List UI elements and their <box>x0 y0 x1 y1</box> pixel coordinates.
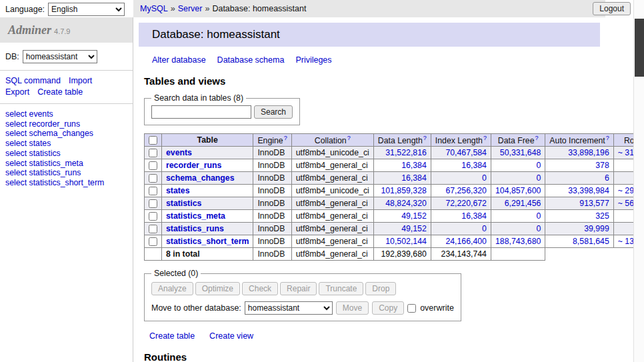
auto-increment-link[interactable]: 33,898,196 <box>568 148 609 157</box>
search-button[interactable]: Search <box>254 105 293 119</box>
help-link[interactable]: ? <box>284 135 287 141</box>
optimize-button[interactable]: Optimize <box>195 282 240 295</box>
auto-increment-link[interactable]: 8,581,645 <box>573 237 609 246</box>
copy-button[interactable]: Copy <box>372 301 404 315</box>
data-free-link[interactable]: 0 <box>537 173 541 183</box>
index-length-link[interactable]: 0 <box>482 173 487 183</box>
table-name-link[interactable]: statistics_short_term <box>166 237 249 246</box>
auto-increment-link[interactable]: 913,577 <box>579 199 609 208</box>
data-free-link[interactable]: 50,331,648 <box>500 148 541 157</box>
table-name-link[interactable]: statistics_meta <box>166 211 225 221</box>
table-name-link[interactable]: states <box>166 186 190 195</box>
data-free-link[interactable]: 104,857,600 <box>495 186 541 195</box>
drop-button[interactable]: Drop <box>365 282 396 295</box>
help-link[interactable]: ? <box>606 135 609 141</box>
data-free-link[interactable]: 0 <box>537 161 541 170</box>
create-table-link[interactable]: Create table <box>37 87 83 97</box>
data-length-link[interactable]: 49,152 <box>401 224 427 233</box>
index-length-link[interactable]: 70,467,584 <box>445 148 487 157</box>
index-length-link[interactable]: 24,166,400 <box>445 237 487 246</box>
data-free-link[interactable]: 6,291,456 <box>505 199 541 208</box>
table-select-link[interactable]: select events <box>5 109 53 119</box>
table-select-link[interactable]: select recorder_runs <box>5 119 80 129</box>
scrollbar-thumb[interactable] <box>635 19 644 77</box>
index-length-cell: 16,384 <box>431 210 491 223</box>
row-checkbox-cell <box>145 185 162 197</box>
table-select-link[interactable]: select statistics_runs <box>5 168 81 177</box>
privileges-link[interactable]: Privileges <box>295 55 331 65</box>
breadcrumb-server-link[interactable]: Server <box>178 4 203 13</box>
rows-link[interactable]: ~ 312,180 <box>618 148 633 157</box>
analyze-button[interactable]: Analyze <box>151 282 193 295</box>
data-length-link[interactable]: 49,152 <box>401 211 427 221</box>
move-db-select[interactable]: homeassistant <box>245 301 333 315</box>
table-select-link[interactable]: select schema_changes <box>5 129 93 138</box>
index-length-link[interactable]: 67,256,320 <box>445 186 487 195</box>
database-schema-link[interactable]: Database schema <box>217 55 285 65</box>
auto-increment-link[interactable]: 33,398,984 <box>568 186 609 195</box>
language-select[interactable]: English <box>48 3 125 16</box>
data-length-link[interactable]: 16,384 <box>401 161 427 170</box>
move-button[interactable]: Move <box>336 301 369 315</box>
data-length-link[interactable]: 31,522,816 <box>385 148 427 157</box>
row-checkbox[interactable] <box>149 174 157 183</box>
auto-increment-link[interactable]: 325 <box>595 211 609 221</box>
row-checkbox[interactable] <box>149 212 157 221</box>
create-view-link[interactable]: Create view <box>209 331 253 341</box>
db-select[interactable]: homeassistant <box>23 50 97 63</box>
data-length-link[interactable]: 10,502,144 <box>385 237 427 246</box>
auto-increment-link[interactable]: 378 <box>595 161 609 170</box>
table-select-link[interactable]: select statistics_short_term <box>5 178 104 187</box>
table-name-link[interactable]: statistics_runs <box>166 224 224 233</box>
create-table-link[interactable]: Create table <box>149 331 195 341</box>
auto-increment-link[interactable]: 6 <box>605 173 609 183</box>
export-link[interactable]: Export <box>5 87 29 97</box>
column-header-rows: Rows? <box>613 134 633 147</box>
table-name-link[interactable]: statistics <box>166 199 201 208</box>
rows-link[interactable]: ~ 136,108 <box>618 237 633 246</box>
data-length-link[interactable]: 16,384 <box>401 173 427 183</box>
help-link[interactable]: ? <box>423 135 427 141</box>
auto-increment-link[interactable]: 39,999 <box>584 224 609 233</box>
logout-button[interactable]: Logout <box>593 2 631 15</box>
data-free-link[interactable]: 0 <box>537 211 541 221</box>
row-checkbox[interactable] <box>149 187 157 195</box>
help-link[interactable]: ? <box>535 135 538 141</box>
import-link[interactable]: Import <box>69 76 92 85</box>
table-select-link[interactable]: select states <box>5 139 51 148</box>
data-length-link[interactable]: 101,859,328 <box>381 186 426 195</box>
index-length-link[interactable]: 0 <box>482 224 487 233</box>
table-name-link[interactable]: events <box>166 148 192 157</box>
row-checkbox[interactable] <box>149 237 157 246</box>
index-length-link[interactable]: 72,220,672 <box>445 199 487 208</box>
select-all-checkbox[interactable] <box>149 136 157 145</box>
help-link[interactable]: ? <box>347 135 351 141</box>
check-button[interactable]: Check <box>242 282 278 295</box>
rows-link[interactable]: ~ 569,159 <box>618 199 633 208</box>
scrollbar[interactable] <box>633 0 644 362</box>
sidebar-action-row: ExportCreate table <box>5 87 127 98</box>
alter-database-link[interactable]: Alter database <box>152 55 206 65</box>
index-length-link[interactable]: 16,384 <box>461 211 487 221</box>
row-checkbox[interactable] <box>149 225 157 233</box>
help-link[interactable]: ? <box>483 135 487 141</box>
column-header-engine: Engine? <box>253 134 291 147</box>
row-checkbox[interactable] <box>149 149 157 157</box>
breadcrumb-mysql-link[interactable]: MySQL <box>140 4 168 13</box>
sql-command-link[interactable]: SQL command <box>5 76 61 85</box>
truncate-button[interactable]: Truncate <box>319 282 363 295</box>
table-name-link[interactable]: schema_changes <box>166 173 235 183</box>
row-checkbox[interactable] <box>149 161 157 170</box>
data-length-link[interactable]: 48,824,320 <box>385 199 427 208</box>
data-free-link[interactable]: 0 <box>537 224 541 233</box>
table-select-link[interactable]: select statistics <box>5 149 61 158</box>
index-length-link[interactable]: 16,384 <box>461 161 487 170</box>
overwrite-checkbox[interactable] <box>407 304 416 313</box>
row-checkbox[interactable] <box>149 199 157 208</box>
search-input[interactable] <box>151 105 251 119</box>
repair-button[interactable]: Repair <box>280 282 317 295</box>
data-free-link[interactable]: 188,743,680 <box>495 237 541 246</box>
table-select-link[interactable]: select statistics_meta <box>5 159 83 168</box>
table-name-link[interactable]: recorder_runs <box>166 161 221 170</box>
rows-link[interactable]: ~ 299,833 <box>618 186 633 195</box>
